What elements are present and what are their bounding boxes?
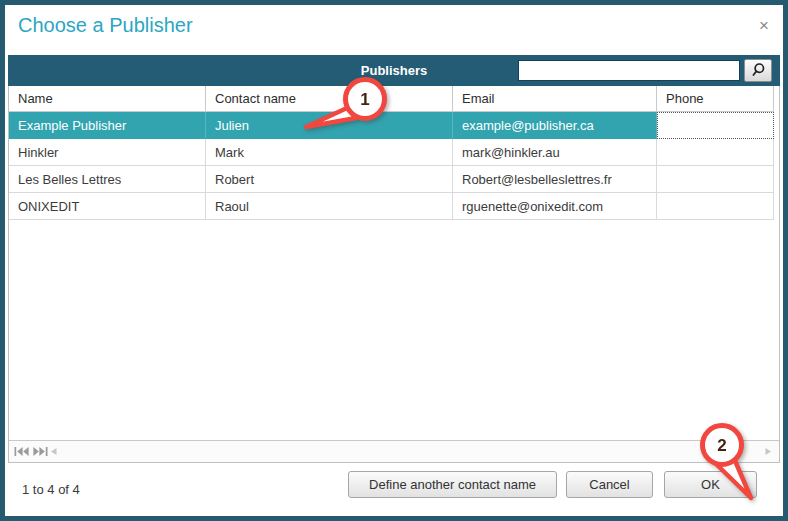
ok-button[interactable]: OK — [664, 471, 757, 498]
choose-publisher-dialog: Choose a Publisher × Publishers Name Con… — [0, 0, 788, 521]
table-row[interactable]: ONIXEDIT Raoul rguenette@onixedit.com — [9, 193, 779, 220]
column-header-name[interactable]: Name — [9, 86, 206, 112]
table-row[interactable]: Hinkler Mark mark@hinkler.au — [9, 139, 779, 166]
cell-email: Robert@lesbelleslettres.fr — [453, 166, 657, 193]
cell-email: rguenette@onixedit.com — [453, 193, 657, 220]
phone-cell-editor[interactable] — [657, 112, 774, 139]
table-header-row: Name Contact name Email Phone — [9, 86, 779, 112]
grid-caption-bar: Publishers — [8, 55, 780, 86]
cell-phone — [657, 193, 774, 220]
publishers-grid: Publishers Name Contact name Email Phone — [8, 55, 780, 463]
first-page-icon — [14, 442, 29, 459]
cell-contact: Robert — [206, 166, 453, 193]
last-page-button[interactable] — [33, 447, 48, 456]
record-range-label: 1 to 4 of 4 — [22, 482, 80, 497]
scroll-right-icon — [765, 441, 771, 458]
search-input[interactable] — [518, 60, 740, 81]
first-page-button[interactable] — [14, 447, 29, 456]
scroll-left-button[interactable] — [51, 448, 57, 455]
search-icon — [751, 62, 766, 80]
cell-contact: Julien — [206, 112, 453, 139]
last-page-icon — [33, 442, 48, 459]
column-header-contact-name[interactable]: Contact name — [206, 86, 453, 112]
column-header-phone[interactable]: Phone — [657, 86, 774, 112]
scroll-right-button[interactable] — [765, 448, 771, 455]
column-header-email[interactable]: Email — [453, 86, 657, 112]
cell-phone — [657, 166, 774, 193]
cell-name: Hinkler — [9, 139, 206, 166]
table-empty-area — [9, 220, 779, 440]
close-button[interactable]: × — [759, 17, 769, 34]
page-title: Choose a Publisher — [18, 14, 193, 37]
cell-name: Example Publisher — [9, 112, 206, 139]
cancel-button[interactable]: Cancel — [566, 471, 653, 498]
cell-email: example@publisher.ca — [453, 112, 657, 139]
search-button[interactable] — [744, 59, 772, 82]
cell-phone — [657, 139, 774, 166]
cell-email: mark@hinkler.au — [453, 139, 657, 166]
cell-contact: Raoul — [206, 193, 453, 220]
scroll-left-icon — [51, 441, 57, 458]
grid-navigator-bar — [9, 440, 779, 462]
define-another-contact-button[interactable]: Define another contact name — [348, 471, 557, 498]
table-row[interactable]: Les Belles Lettres Robert Robert@lesbell… — [9, 166, 779, 193]
cell-contact: Mark — [206, 139, 453, 166]
cell-name: Les Belles Lettres — [9, 166, 206, 193]
table-row[interactable]: Example Publisher Julien example@publish… — [9, 112, 779, 139]
cell-name: ONIXEDIT — [9, 193, 206, 220]
table-body: Name Contact name Email Phone Example Pu… — [8, 86, 780, 463]
